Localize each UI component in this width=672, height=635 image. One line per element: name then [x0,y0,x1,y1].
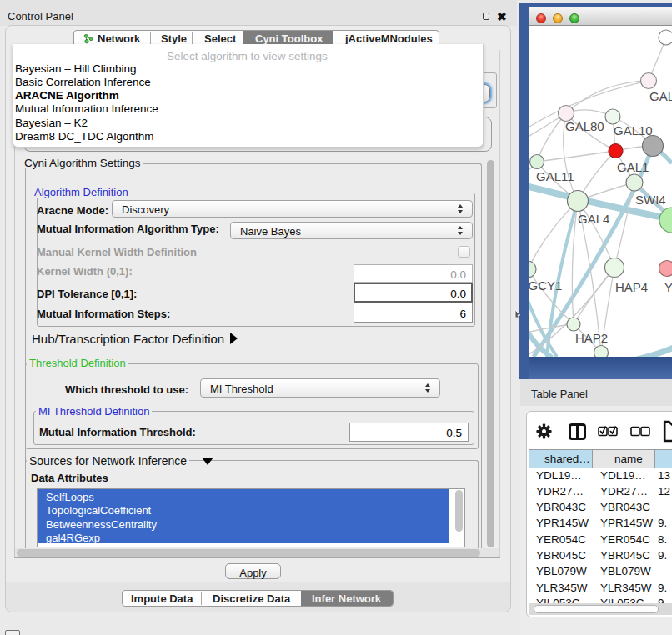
svg-text:HAP4: HAP4 [615,280,648,294]
svg-text:GAL1: GAL1 [617,160,649,174]
svg-text:HAP2: HAP2 [575,331,608,345]
svg-text:GAL80: GAL80 [565,119,604,133]
svg-text:GAL11: GAL11 [536,169,574,183]
svg-text:SWI4: SWI4 [635,192,666,207]
svg-text:YB: YB [664,280,672,294]
svg-text:GAL7: GAL7 [649,89,672,103]
svg-text:GAL10: GAL10 [614,123,653,138]
svg-text:GAL4: GAL4 [578,212,609,226]
svg-text:GCY1: GCY1 [529,278,562,292]
